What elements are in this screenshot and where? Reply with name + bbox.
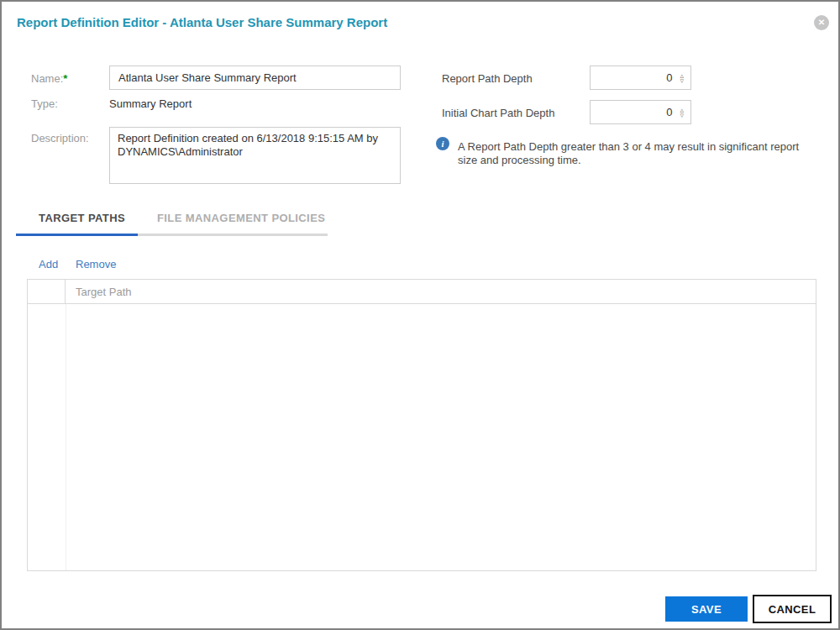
stepper-arrows-icon[interactable]: ▵▿ xyxy=(680,108,684,118)
active-tab-underline xyxy=(16,234,138,236)
stepper-down-icon[interactable]: ▿ xyxy=(680,113,684,118)
tab-file-management-policies[interactable]: FILE MANAGEMENT POLICIES xyxy=(157,212,325,224)
initial-chart-path-depth-label: Initial Chart Path Depth xyxy=(442,107,554,119)
add-link[interactable]: Add xyxy=(39,258,58,270)
name-input[interactable] xyxy=(109,66,401,90)
table-body-empty[interactable] xyxy=(27,304,816,571)
initial-chart-path-depth-spinner[interactable]: 0 ▵▿ xyxy=(590,100,691,124)
inactive-tab-underline xyxy=(138,234,328,236)
table-header-row: Target Path xyxy=(27,279,816,304)
save-button[interactable]: SAVE xyxy=(665,596,748,622)
description-textarea[interactable]: Report Definition created on 6/13/2018 9… xyxy=(109,127,401,184)
table-column-divider xyxy=(66,304,66,570)
table-column-header-target-path: Target Path xyxy=(66,286,132,298)
dialog-title: Report Definition Editor - Atlanta User … xyxy=(17,15,387,29)
table-select-column-header xyxy=(28,280,66,303)
cancel-button[interactable]: CANCEL xyxy=(753,595,832,623)
required-asterisk: * xyxy=(63,72,67,85)
type-value: Summary Report xyxy=(109,97,192,110)
stepper-down-icon[interactable]: ▿ xyxy=(680,78,684,83)
type-label: Type: xyxy=(31,97,58,110)
info-icon: i xyxy=(436,137,449,150)
remove-link[interactable]: Remove xyxy=(76,258,116,270)
description-label: Description: xyxy=(31,132,89,144)
stepper-arrows-icon[interactable]: ▵▿ xyxy=(680,73,684,83)
report-path-depth-spinner[interactable]: 0 ▵▿ xyxy=(590,66,691,90)
name-label-text: Name: xyxy=(31,72,63,85)
report-definition-editor-dialog: Report Definition Editor - Atlanta User … xyxy=(0,0,840,630)
tab-target-paths[interactable]: TARGET PATHS xyxy=(39,212,125,224)
name-label: Name:* xyxy=(31,72,67,85)
info-message: A Report Path Depth greater than 3 or 4 … xyxy=(458,140,802,167)
initial-chart-path-depth-value: 0 xyxy=(666,106,672,118)
report-path-depth-label: Report Path Depth xyxy=(442,72,533,85)
report-path-depth-value: 0 xyxy=(666,71,672,84)
close-icon[interactable]: ✕ xyxy=(814,15,829,30)
